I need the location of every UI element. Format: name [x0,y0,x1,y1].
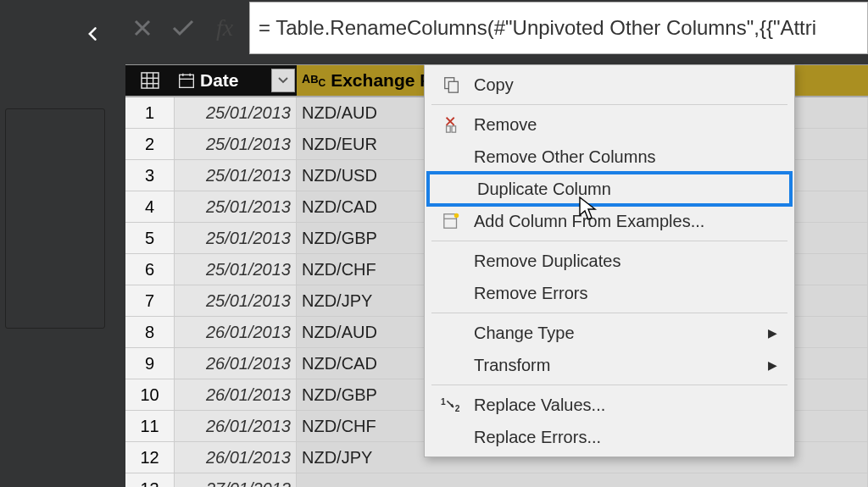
svg-rect-10 [448,81,458,92]
cell-date[interactable]: 25/01/2013 [175,223,297,253]
chevron-down-icon [278,77,288,84]
ctx-copy[interactable]: Copy [426,69,793,101]
ctx-add-from-examples[interactable]: Add Column From Examples... [426,205,793,237]
calendar-icon [178,72,195,89]
column-header-exchange-label: Exchange R [331,70,432,91]
submenu-arrow-icon: ▶ [768,326,777,340]
ctx-remove-errors[interactable]: Remove Errors [426,277,793,309]
ctx-sep [431,385,787,385]
ctx-replace-errors-label: Replace Errors... [470,428,793,447]
cancel-formula-button[interactable] [125,2,159,54]
svg-rect-12 [452,126,456,132]
ctx-duplicate-label: Duplicate Column [474,180,789,199]
ctx-sep [431,104,787,105]
row-number[interactable]: 2 [125,129,175,159]
copy-icon [433,69,470,101]
cell-date[interactable]: 25/01/2013 [175,285,297,316]
row-number[interactable]: 1 [125,97,175,128]
svg-rect-5 [180,75,194,87]
cell-date[interactable]: 26/01/2013 [175,411,297,441]
ctx-transform[interactable]: Transform ▶ [426,349,793,381]
ctx-replace-values[interactable]: 12 Replace Values... [426,389,793,421]
cell-exchange[interactable] [297,473,868,487]
ctx-duplicate-column[interactable]: Duplicate Column [426,171,793,207]
ctx-remove-duplicates[interactable]: Remove Duplicates [426,245,793,277]
ctx-replace-values-label: Replace Values... [470,396,793,415]
row-number[interactable]: 5 [125,223,175,253]
ctx-remove-dups-label: Remove Duplicates [470,252,793,271]
queries-pane[interactable] [5,108,105,329]
commit-formula-button[interactable] [166,2,200,54]
ctx-sep [431,313,787,313]
ctx-remove-other-label: Remove Other Columns [470,147,793,167]
nav-pane [0,0,124,487]
fx-label: fx [207,2,242,54]
cell-date[interactable]: 27/01/2013 [175,473,297,487]
cell-date[interactable]: 26/01/2013 [175,442,297,473]
remove-column-icon [433,108,470,141]
ctx-copy-label: Copy [470,75,793,95]
cell-date[interactable]: 26/01/2013 [175,317,297,347]
row-number[interactable]: 6 [125,254,175,285]
text-type-icon: ABC [302,72,326,89]
svg-text:1: 1 [441,397,446,407]
table-options-button[interactable] [125,65,175,96]
svg-text:2: 2 [455,404,460,413]
cell-date[interactable]: 25/01/2013 [175,97,297,128]
row-number[interactable]: 12 [125,442,175,473]
column-filter-date-button[interactable] [271,69,295,92]
ctx-replace-errors[interactable]: Replace Errors... [426,421,793,453]
submenu-arrow-icon: ▶ [768,358,777,372]
cell-date[interactable]: 25/01/2013 [175,191,297,222]
row-number[interactable]: 9 [125,348,175,379]
ctx-remove[interactable]: Remove [426,108,793,141]
row-number[interactable]: 3 [125,160,175,191]
column-header-date[interactable]: Date [175,65,297,96]
ctx-remove-errors-label: Remove Errors [470,284,793,303]
row-number[interactable]: 11 [125,411,175,441]
ctx-remove-label: Remove [470,115,793,135]
row-number[interactable]: 8 [125,317,175,347]
table-icon [141,72,159,89]
ctx-change-type-label: Change Type [470,324,768,343]
svg-rect-0 [142,73,159,88]
ctx-add-examples-label: Add Column From Examples... [470,212,793,231]
back-chevron-icon[interactable] [85,24,102,44]
formula-input[interactable]: = Table.RenameColumns(#"Unpivoted Other … [249,2,868,54]
formula-bar: fx = Table.RenameColumns(#"Unpivoted Oth… [125,2,868,54]
svg-point-15 [454,213,459,219]
svg-rect-11 [447,126,451,132]
add-column-examples-icon [433,205,470,237]
ctx-transform-label: Transform [470,356,768,375]
column-context-menu: Copy Remove Remove Other Columns Duplica… [424,64,795,457]
ctx-sep [431,241,787,241]
row-number[interactable]: 13 [125,473,175,487]
cell-date[interactable]: 25/01/2013 [175,254,297,285]
cell-date[interactable]: 25/01/2013 [175,160,297,191]
ctx-change-type[interactable]: Change Type ▶ [426,317,793,349]
row-number[interactable]: 7 [125,285,175,316]
row-number[interactable]: 4 [125,191,175,222]
cell-date[interactable]: 25/01/2013 [175,129,297,159]
table-row[interactable]: 1327/01/2013 [125,473,868,487]
cell-date[interactable]: 26/01/2013 [175,379,297,410]
row-number[interactable]: 10 [125,379,175,410]
replace-values-icon: 12 [433,389,470,421]
cell-date[interactable]: 26/01/2013 [175,348,297,379]
column-header-date-label: Date [200,70,239,91]
ctx-remove-other[interactable]: Remove Other Columns [426,141,793,173]
